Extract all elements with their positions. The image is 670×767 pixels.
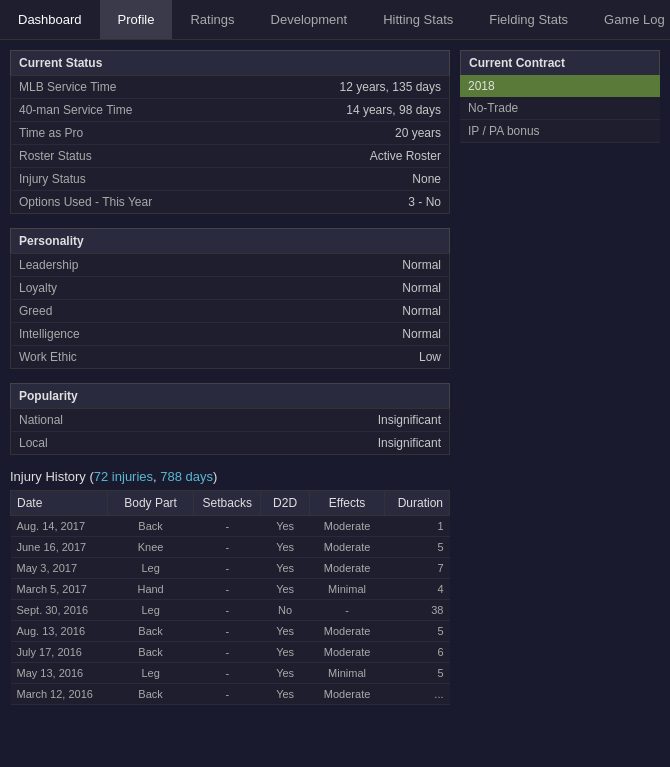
table-row: LoyaltyNormal [11, 277, 450, 300]
main-content: Current Status MLB Service Time12 years,… [0, 40, 670, 729]
nav-profile[interactable]: Profile [100, 0, 173, 39]
personality-section: Personality LeadershipNormalLoyaltyNorma… [10, 228, 450, 369]
table-row: March 12, 2016 Back - Yes Moderate ... [11, 684, 450, 705]
table-row: IntelligenceNormal [11, 323, 450, 346]
injury-effects: Moderate [309, 537, 384, 558]
navigation: Dashboard Profile Ratings Development Hi… [0, 0, 670, 40]
current-status-header: Current Status [10, 50, 450, 75]
injury-date: May 3, 2017 [11, 558, 108, 579]
row-label: Greed [11, 300, 267, 323]
injury-d2d: Yes [261, 642, 309, 663]
injury-d2d: Yes [261, 663, 309, 684]
table-row: July 17, 2016 Back - Yes Moderate 6 [11, 642, 450, 663]
injury-effects: Moderate [309, 558, 384, 579]
row-label: Work Ethic [11, 346, 267, 369]
popularity-table: NationalInsignificantLocalInsignificant [10, 408, 450, 455]
row-value: Active Roster [256, 145, 449, 168]
injury-date: July 17, 2016 [11, 642, 108, 663]
nav-game-log[interactable]: Game Log [586, 0, 670, 39]
injury-duration: 5 [385, 663, 450, 684]
injury-date: March 12, 2016 [11, 684, 108, 705]
row-label: Loyalty [11, 277, 267, 300]
row-value: Normal [267, 254, 450, 277]
injury-setbacks: - [194, 600, 261, 621]
nav-hitting-stats[interactable]: Hitting Stats [365, 0, 471, 39]
injury-effects: Moderate [309, 684, 384, 705]
row-value: 14 years, 98 days [256, 99, 449, 122]
injury-setbacks: - [194, 558, 261, 579]
row-value: Insignificant [200, 432, 450, 455]
injury-duration: 6 [385, 642, 450, 663]
injury-duration: 4 [385, 579, 450, 600]
injury-effects: Moderate [309, 516, 384, 537]
injury-duration: 1 [385, 516, 450, 537]
injury-effects: Minimal [309, 663, 384, 684]
injury-history-section: Injury History (72 injuries, 788 days) D… [10, 469, 450, 705]
table-row: Sept. 30, 2016 Leg - No - 38 [11, 600, 450, 621]
table-row: Roster StatusActive Roster [11, 145, 450, 168]
row-value: Normal [267, 323, 450, 346]
injury-duration: ... [385, 684, 450, 705]
table-row: Aug. 13, 2016 Back - Yes Moderate 5 [11, 621, 450, 642]
injury-d2d: Yes [261, 579, 309, 600]
table-row: MLB Service Time12 years, 135 days [11, 76, 450, 99]
injury-body-part: Knee [107, 537, 193, 558]
row-label: MLB Service Time [11, 76, 257, 99]
row-value: 3 - No [256, 191, 449, 214]
current-status-table: MLB Service Time12 years, 135 days40-man… [10, 75, 450, 214]
row-value: Low [267, 346, 450, 369]
right-column: Current Contract 2018 No-TradeIP / PA bo… [460, 50, 660, 719]
contract-section: Current Contract 2018 No-TradeIP / PA bo… [460, 50, 660, 143]
injury-body-part: Leg [107, 558, 193, 579]
table-row: Work EthicLow [11, 346, 450, 369]
popularity-header: Popularity [10, 383, 450, 408]
injury-setbacks: - [194, 684, 261, 705]
injury-date: June 16, 2017 [11, 537, 108, 558]
contract-year: 2018 [460, 75, 660, 97]
table-row: May 3, 2017 Leg - Yes Moderate 7 [11, 558, 450, 579]
nav-fielding-stats[interactable]: Fielding Stats [471, 0, 586, 39]
injury-table: Date Body Part Setbacks D2D Effects Dura… [10, 490, 450, 705]
injury-duration: 5 [385, 537, 450, 558]
injury-effects: Moderate [309, 642, 384, 663]
injury-date: March 5, 2017 [11, 579, 108, 600]
injury-d2d: Yes [261, 558, 309, 579]
col-body-header: Body Part [107, 491, 193, 516]
row-value: 12 years, 135 days [256, 76, 449, 99]
table-row: 40-man Service Time14 years, 98 days [11, 99, 450, 122]
personality-header: Personality [10, 228, 450, 253]
left-column: Current Status MLB Service Time12 years,… [10, 50, 450, 719]
row-label: Local [11, 432, 200, 455]
injury-duration: 38 [385, 600, 450, 621]
table-row: Aug. 14, 2017 Back - Yes Moderate 1 [11, 516, 450, 537]
injury-setbacks: - [194, 642, 261, 663]
injury-setbacks: - [194, 621, 261, 642]
table-row: Options Used - This Year3 - No [11, 191, 450, 214]
injury-days: 788 days [160, 469, 213, 484]
row-value: Insignificant [200, 409, 450, 432]
row-label: Roster Status [11, 145, 257, 168]
row-label: Leadership [11, 254, 267, 277]
row-label: 40-man Service Time [11, 99, 257, 122]
table-row: GreedNormal [11, 300, 450, 323]
injury-body-part: Hand [107, 579, 193, 600]
nav-development[interactable]: Development [253, 0, 366, 39]
injury-setbacks: - [194, 537, 261, 558]
injury-date: Aug. 13, 2016 [11, 621, 108, 642]
injury-d2d: Yes [261, 537, 309, 558]
injury-setbacks: - [194, 579, 261, 600]
table-row: NationalInsignificant [11, 409, 450, 432]
popularity-section: Popularity NationalInsignificantLocalIns… [10, 383, 450, 455]
injury-d2d: No [261, 600, 309, 621]
nav-ratings[interactable]: Ratings [172, 0, 252, 39]
injury-history-title: Injury History (72 injuries, 788 days) [10, 469, 450, 484]
injury-date: Aug. 14, 2017 [11, 516, 108, 537]
injury-body-part: Back [107, 516, 193, 537]
nav-dashboard[interactable]: Dashboard [0, 0, 100, 39]
injury-d2d: Yes [261, 684, 309, 705]
contract-row: No-Trade [460, 97, 660, 120]
col-setbacks-header: Setbacks [194, 491, 261, 516]
row-value: Normal [267, 277, 450, 300]
col-duration-header: Duration [385, 491, 450, 516]
table-row: June 16, 2017 Knee - Yes Moderate 5 [11, 537, 450, 558]
